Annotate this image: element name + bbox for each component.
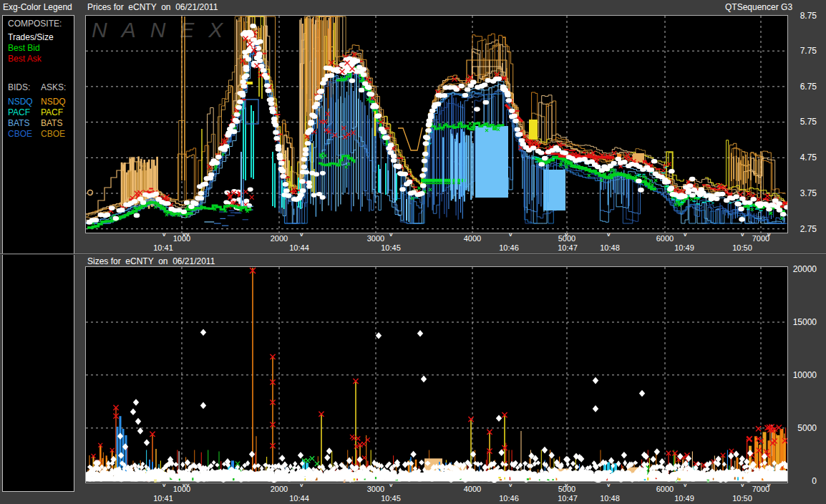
svg-text:NANEX: NANEX (92, 18, 237, 42)
